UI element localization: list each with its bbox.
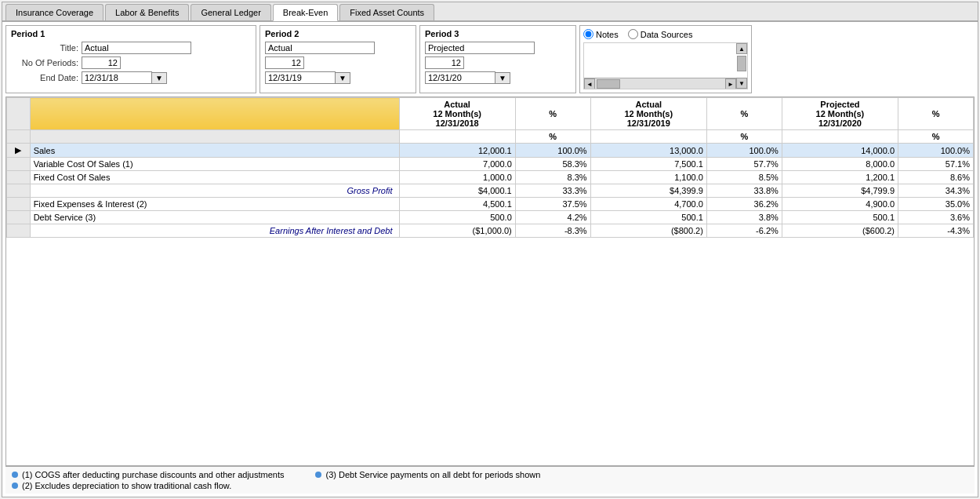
row-arrow (7, 211, 31, 224)
row-pct-2: 57.7% (706, 158, 782, 171)
row-val-2: 4,700.0 (590, 198, 706, 211)
footer-note-1: (1) COGS after deducting purchase discou… (12, 470, 284, 479)
table-row[interactable]: Debt Service (3)500.04.2%500.13.8%500.13… (7, 211, 974, 224)
row-arrow (7, 224, 31, 238)
row-label: Sales (30, 144, 399, 158)
period-2-date-btn[interactable]: ▼ (336, 72, 350, 84)
hscroll-thumb[interactable] (597, 79, 620, 89)
table-row[interactable]: Gross Profit$4,000.133.3%$4,399.933.8%$4… (7, 184, 974, 198)
footer-col-1: (1) COGS after deducting purchase discou… (12, 470, 284, 490)
end-date-label: End Date: (11, 73, 82, 82)
period-1-title-input[interactable] (82, 42, 191, 54)
row-pct-2: -6.2% (706, 224, 782, 238)
row-val-1: ($1,000.0) (399, 224, 515, 238)
period-2-label: Period 2 (265, 29, 411, 38)
period-2-title-input[interactable] (265, 42, 375, 54)
row-pct-1: 100.0% (515, 144, 590, 158)
period-3-label: Period 3 (425, 29, 571, 38)
row-pct-2: 33.8% (706, 184, 782, 198)
period-3-title-input[interactable] (425, 42, 535, 54)
sub-p1-val (399, 130, 515, 144)
scroll-thumb[interactable] (737, 56, 746, 71)
row-val-3: 500.1 (782, 211, 898, 224)
table-row[interactable]: ▶Sales12,000.1100.0%13,000.0100.0%14,000… (7, 144, 974, 158)
period-1-box: Period 1 Title: No Of Periods: End Date:… (5, 25, 256, 93)
row-label: Fixed Cost Of Sales (30, 171, 399, 184)
scroll-up-arrow[interactable]: ▲ (736, 43, 747, 54)
row-val-3: ($600.2) (782, 224, 898, 238)
row-val-2: 7,500.1 (590, 158, 706, 171)
row-val-3: $4,799.9 (782, 184, 898, 198)
row-pct-1: 37.5% (515, 198, 590, 211)
tab-fixed-asset-counts[interactable]: Fixed Asset Counts (339, 4, 434, 20)
row-pct-3: 100.0% (898, 144, 974, 158)
row-pct-1: 33.3% (515, 184, 590, 198)
p1-val-header: Actual12 Month(s)12/31/2018 (399, 98, 515, 130)
period-3-periods-input[interactable] (425, 56, 464, 69)
footer-note-3: (3) Debt Service payments on all debt fo… (315, 470, 540, 479)
vertical-scrollbar[interactable]: ▲ ▼ (736, 43, 747, 89)
row-pct-1: -8.3% (515, 224, 590, 238)
period-3-date-btn[interactable]: ▼ (495, 72, 510, 84)
table-row[interactable]: Fixed Cost Of Sales1,000.08.3%1,100.08.5… (7, 171, 974, 184)
row-val-1: 7,000.0 (399, 158, 515, 171)
row-label: Gross Profit (30, 184, 399, 198)
period-2-periods-input[interactable] (265, 56, 304, 69)
row-pct-2: 100.0% (706, 144, 782, 158)
table-row[interactable]: Variable Cost Of Sales (1)7,000.058.3%7,… (7, 158, 974, 171)
period-2-box: Period 2 ▼ (260, 25, 416, 93)
period-1-periods-input[interactable] (82, 56, 121, 69)
period-1-date-input[interactable] (82, 71, 152, 84)
label-header (30, 98, 399, 130)
period-1-date-btn[interactable]: ▼ (152, 72, 167, 84)
table-row[interactable]: Earnings After Interest and Debt($1,000.… (7, 224, 974, 238)
tab-general-ledger[interactable]: General Ledger (191, 4, 270, 20)
sub-p3-pct: % (898, 130, 974, 144)
row-pct-3: 8.6% (898, 171, 974, 184)
row-val-3: 4,900.0 (782, 198, 898, 211)
tab-break-even[interactable]: Break-Even (273, 4, 338, 21)
row-pct-3: 3.6% (898, 211, 974, 224)
period-1-label: Period 1 (11, 29, 251, 38)
scroll-down-arrow[interactable]: ▼ (736, 78, 747, 89)
row-val-1: 1,000.0 (399, 171, 515, 184)
tab-insurance-coverage[interactable]: Insurance Coverage (5, 4, 103, 20)
notes-radio-label[interactable]: Notes (583, 29, 619, 39)
row-pct-3: 35.0% (898, 198, 974, 211)
notes-radio-input[interactable] (583, 29, 593, 39)
row-label: Earnings After Interest and Debt (30, 224, 399, 238)
p2-pct-header: % (706, 98, 782, 130)
tab-labor-benefits[interactable]: Labor & Benefits (105, 4, 189, 20)
row-label: Variable Cost Of Sales (1) (30, 158, 399, 171)
row-pct-3: -4.3% (898, 224, 974, 238)
scroll-right-arrow[interactable]: ► (725, 78, 736, 89)
period-3-date-input[interactable] (425, 71, 495, 84)
p3-val-header: Projected12 Month(s)12/31/2020 (782, 98, 898, 130)
dot-1 (12, 472, 18, 478)
row-val-2: ($800.2) (590, 224, 706, 238)
row-val-2: 500.1 (590, 211, 706, 224)
row-arrow (7, 198, 31, 211)
data-sources-radio-input[interactable] (628, 29, 638, 39)
table-row[interactable]: Fixed Expenses & Interest (2)4,500.137.5… (7, 198, 974, 211)
row-val-2: 13,000.0 (590, 144, 706, 158)
period-3-box: Period 3 ▼ (419, 25, 576, 93)
row-arrow (7, 158, 31, 171)
period-2-date-input[interactable] (265, 71, 336, 84)
row-pct-2: 3.8% (706, 211, 782, 224)
scroll-left-arrow[interactable]: ◄ (584, 78, 595, 89)
footer: (1) COGS after deducting purchase discou… (5, 466, 975, 494)
sub-arrow-header (7, 130, 31, 144)
horizontal-scrollbar[interactable]: ◄ ► (584, 78, 736, 89)
sub-p2-val (590, 130, 706, 144)
row-arrow (7, 171, 31, 184)
period-3-date-wrapper: ▼ (425, 71, 510, 84)
p2-val-header: Actual12 Month(s)12/31/2019 (590, 98, 706, 130)
row-val-1: 4,500.1 (399, 198, 515, 211)
row-arrow (7, 184, 31, 198)
data-sources-radio-label[interactable]: Data Sources (628, 29, 693, 39)
notes-panel: Notes Data Sources ▲ ▼ ◄ (579, 25, 752, 93)
period-1-date-wrapper: ▼ (82, 71, 167, 84)
row-pct-1: 4.2% (515, 211, 590, 224)
row-pct-1: 58.3% (515, 158, 590, 171)
